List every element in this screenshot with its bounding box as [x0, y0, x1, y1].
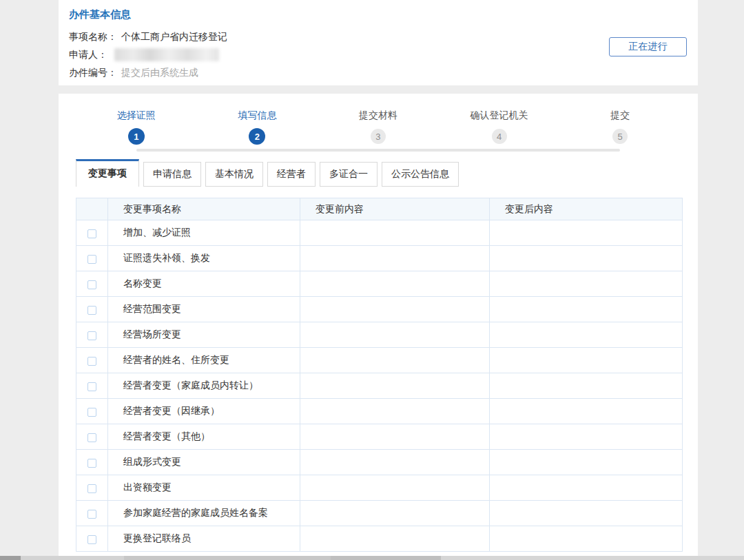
column-header: 变更事项名称 [108, 198, 300, 220]
table-body: 增加、减少证照证照遗失补领、换发名称变更经营范围变更经营场所变更经营者的姓名、住… [76, 220, 683, 552]
stepper-step-5[interactable]: 提交5 [559, 107, 681, 145]
after-content-cell [490, 475, 683, 501]
change-item-name: 名称变更 [108, 271, 300, 297]
change-item-name: 组成形式变更 [108, 450, 300, 475]
tab-basic-info[interactable]: 基本情况 [205, 162, 263, 187]
before-content-cell [300, 373, 490, 399]
stepper-steps: 选择证照1填写信息2提交材料3确认登记机关4提交5 [76, 107, 681, 145]
table-row: 参加家庭经营的家庭成员姓名备案 [76, 501, 683, 526]
row-checkbox[interactable] [87, 484, 96, 493]
after-content-cell [490, 450, 683, 475]
checkbox-cell [76, 220, 108, 246]
change-item-name: 增加、减少证照 [108, 220, 300, 246]
table-row: 经营者变更（其他） [76, 424, 683, 450]
tab-operator[interactable]: 经营者 [267, 162, 316, 187]
before-content-cell [300, 271, 490, 297]
change-item-name: 经营者变更（家庭成员内转让） [108, 373, 300, 399]
after-content-cell [490, 220, 683, 246]
after-content-cell [490, 424, 683, 450]
after-content-cell [490, 526, 683, 552]
tab-bar: 变更事项申请信息基本情况经营者多证合一公示公告信息 [76, 159, 681, 187]
row-checkbox[interactable] [87, 382, 96, 391]
step-number-badge: 3 [371, 129, 386, 144]
tab-public-announcement-info[interactable]: 公示公告信息 [382, 162, 459, 187]
row-checkbox[interactable] [87, 255, 96, 264]
step-number-badge: 1 [128, 128, 145, 145]
after-content-cell [490, 399, 683, 424]
table-row: 组成形式变更 [76, 450, 683, 475]
row-checkbox[interactable] [87, 408, 96, 417]
stepper-step-1[interactable]: 选择证照1 [76, 107, 197, 145]
row-checkbox[interactable] [87, 433, 96, 442]
row-checkbox[interactable] [87, 280, 96, 289]
before-content-cell [300, 526, 490, 552]
before-content-cell [300, 246, 490, 271]
change-item-name: 经营者变更（因继承） [108, 399, 300, 424]
before-content-cell [300, 424, 490, 450]
step-label: 提交 [610, 107, 630, 123]
table-header-row: 变更事项名称变更前内容变更后内容 [76, 198, 683, 220]
before-content-cell [300, 220, 490, 246]
before-content-cell [300, 475, 490, 501]
stepper-step-3[interactable]: 提交材料3 [318, 107, 439, 145]
field-item-name: 事项名称： 个体工商户省内迁移登记 [69, 28, 687, 45]
field-case-number-value: 提交后由系统生成 [121, 63, 198, 81]
step-number-badge: 4 [492, 129, 507, 144]
step-number-badge: 2 [249, 128, 265, 145]
status-in-progress-button[interactable]: 正在进行 [609, 37, 687, 56]
after-content-cell [490, 373, 683, 399]
before-content-cell [300, 501, 490, 526]
step-label: 确认登记机关 [471, 107, 528, 123]
tab-multi-cert-in-one[interactable]: 多证合一 [320, 162, 378, 187]
after-content-cell [490, 271, 683, 297]
stepper: 选择证照1填写信息2提交材料3确认登记机关4提交5 [76, 94, 681, 145]
row-checkbox[interactable] [87, 459, 96, 468]
step-label: 提交材料 [359, 107, 397, 123]
change-item-name: 证照遗失补领、换发 [108, 246, 300, 271]
row-checkbox[interactable] [87, 306, 96, 315]
checkbox-cell [76, 271, 108, 297]
after-content-cell [490, 297, 683, 322]
table-row: 经营范围变更 [76, 297, 683, 322]
checkbox-cell [76, 322, 108, 348]
applicant-redacted-value [114, 48, 219, 61]
step-number-badge: 5 [612, 129, 628, 144]
tab-change-items[interactable]: 变更事项 [76, 159, 139, 187]
checkbox-cell [76, 348, 108, 373]
row-checkbox[interactable] [87, 331, 96, 340]
stepper-step-4[interactable]: 确认登记机关4 [439, 107, 560, 145]
change-item-name: 经营者变更（其他） [108, 424, 300, 450]
column-header: 变更前内容 [300, 198, 490, 220]
change-item-name: 经营范围变更 [108, 297, 300, 322]
stepper-step-2[interactable]: 填写信息2 [197, 107, 318, 145]
row-checkbox[interactable] [87, 510, 96, 519]
change-item-name: 参加家庭经营的家庭成员姓名备案 [108, 501, 300, 526]
checkbox-cell [76, 399, 108, 424]
step-label: 填写信息 [238, 107, 276, 123]
case-info-title: 办件基本信息 [69, 8, 687, 21]
after-content-cell [490, 322, 683, 348]
checkbox-cell [76, 450, 108, 475]
change-items-table: 变更事项名称变更前内容变更后内容 增加、减少证照证照遗失补领、换发名称变更经营范… [76, 198, 683, 552]
change-item-name: 经营场所变更 [108, 322, 300, 348]
before-content-cell [300, 399, 490, 424]
after-content-cell [490, 246, 683, 271]
step-label: 选择证照 [117, 107, 156, 123]
field-case-number: 办件编号： 提交后由系统生成 [69, 63, 687, 81]
before-content-cell [300, 450, 490, 475]
row-checkbox[interactable] [87, 229, 96, 238]
checkbox-cell [76, 424, 108, 450]
table-row: 更换登记联络员 [76, 526, 683, 552]
row-checkbox[interactable] [87, 535, 96, 544]
field-item-name-value: 个体工商户省内迁移登记 [121, 28, 227, 45]
checkbox-cell [76, 297, 108, 322]
tab-application-info[interactable]: 申请信息 [143, 162, 201, 187]
row-checkbox[interactable] [87, 357, 96, 366]
case-info-card: 办件基本信息 事项名称： 个体工商户省内迁移登记 申请人： 办件编号： 提交后由… [59, 0, 698, 85]
table-row: 经营场所变更 [76, 322, 683, 348]
main-card: 选择证照1填写信息2提交材料3确认登记机关4提交5 变更事项申请信息基本情况经营… [59, 94, 698, 556]
before-content-cell [300, 297, 490, 322]
table-row: 经营者变更（因继承） [76, 399, 683, 424]
column-header: 变更后内容 [490, 198, 683, 220]
checkbox-cell [76, 501, 108, 526]
